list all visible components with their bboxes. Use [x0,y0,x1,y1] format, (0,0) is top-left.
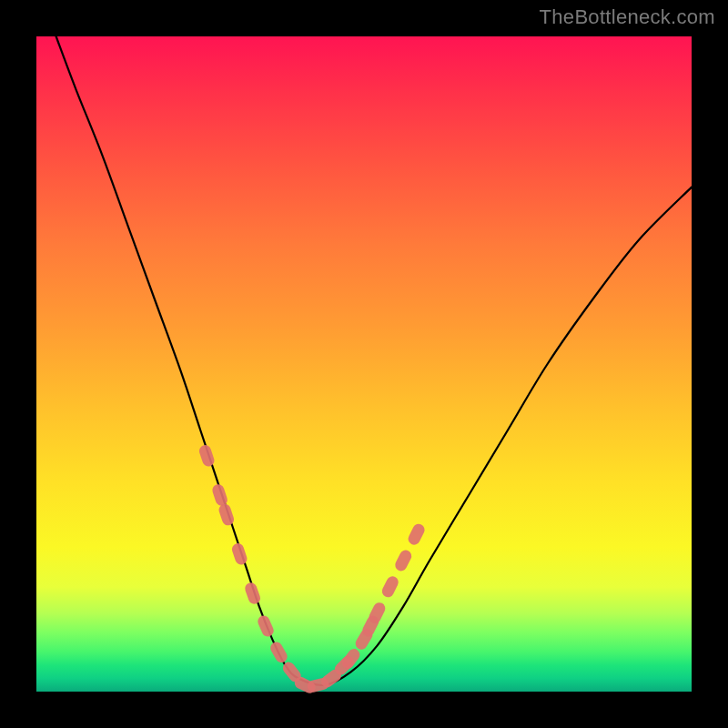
watermark-text: TheBottleneck.com [540,5,715,29]
curve-marker [256,613,276,638]
chart-svg [36,36,692,692]
bottleneck-curve [56,36,692,685]
chart-frame: TheBottleneck.com [0,0,728,728]
curve-line [56,36,692,685]
curve-marker [406,522,426,547]
curve-marker [230,541,248,566]
curve-marker [380,574,400,599]
curve-marker [268,640,289,664]
curve-marker [217,502,236,527]
curve-marker [211,483,229,508]
curve-marker [197,443,216,468]
curve-marker [243,581,261,606]
plot-area [36,36,692,692]
curve-marker [393,548,413,572]
curve-markers [197,443,427,695]
